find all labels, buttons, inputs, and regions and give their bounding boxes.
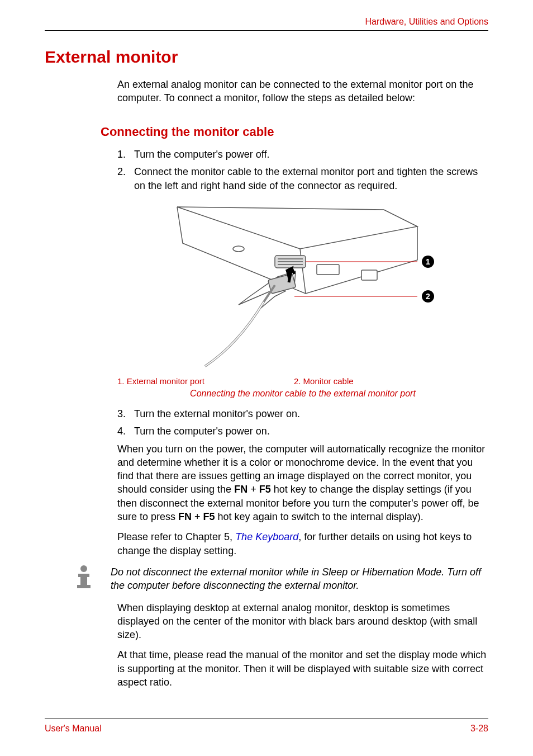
svg-point-0 xyxy=(233,246,244,252)
footer-rule xyxy=(45,719,488,719)
page-title: External monitor xyxy=(45,48,488,67)
page-footer: User's Manual 3-28 xyxy=(45,719,488,734)
steps-list-34: 3. Turn the external monitor's power on.… xyxy=(117,407,488,438)
monitor-cable-diagram: 1 2 xyxy=(166,199,440,372)
key-f5: F5 xyxy=(203,511,215,522)
legend-item-1: 1. External monitor port xyxy=(117,376,204,386)
intro-paragraph: An external analog monitor can be connec… xyxy=(117,78,488,105)
step-number: 4. xyxy=(117,424,134,438)
svg-point-7 xyxy=(80,565,87,572)
text-span: Please refer to Chapter 5, xyxy=(117,531,235,542)
info-icon xyxy=(73,564,95,592)
header-section: Hardware, Utilities and Options xyxy=(45,17,488,27)
paragraph-reference: Please refer to Chapter 5, The Keyboard,… xyxy=(117,530,488,557)
svg-rect-2 xyxy=(317,264,339,275)
step-2: 2. Connect the monitor cable to the exte… xyxy=(117,165,488,193)
paragraph-blackbars: When displaying desktop at external anal… xyxy=(117,601,488,642)
step-text: Connect the monitor cable to the externa… xyxy=(134,165,488,193)
section-subtitle: Connecting the monitor cable xyxy=(101,125,488,139)
header-rule xyxy=(45,30,488,31)
step-number: 1. xyxy=(117,148,134,162)
callout-2: 2 xyxy=(422,290,434,303)
steps-list-12: 1. Turn the computer's power off. 2. Con… xyxy=(117,148,488,193)
laptop-port-illustration xyxy=(166,199,440,372)
key-fn: FN xyxy=(178,511,192,522)
note-block: Do not disconnect the external monitor w… xyxy=(73,564,488,593)
footer-manual-label: User's Manual xyxy=(45,724,102,734)
paragraph-hotkey: When you turn on the power, the computer… xyxy=(117,442,488,524)
svg-rect-9 xyxy=(80,574,87,586)
callout-1: 1 xyxy=(422,256,434,268)
step-number: 3. xyxy=(117,407,134,421)
key-fn: FN xyxy=(234,484,248,495)
key-f5: F5 xyxy=(259,484,271,495)
keyboard-chapter-link[interactable]: The Keyboard xyxy=(235,531,298,542)
note-text: Do not disconnect the external monitor w… xyxy=(106,564,488,593)
figure-container: 1 2 xyxy=(117,199,488,372)
figure-legend: 1. External monitor port 2. Monitor cabl… xyxy=(117,376,488,386)
step-text: Turn the external monitor's power on. xyxy=(134,407,488,421)
figure-caption: Connecting the monitor cable to the exte… xyxy=(117,389,488,399)
step-text: Turn the computer's power off. xyxy=(134,148,488,162)
step-1: 1. Turn the computer's power off. xyxy=(117,148,488,162)
step-3: 3. Turn the external monitor's power on. xyxy=(117,407,488,421)
legend-item-2: 2. Monitor cable xyxy=(294,376,354,386)
footer-page-number: 3-28 xyxy=(470,724,488,734)
step-4: 4. Turn the computer's power on. xyxy=(117,424,488,438)
text-span: + xyxy=(248,484,259,495)
text-span: + xyxy=(192,511,203,522)
step-number: 2. xyxy=(117,165,134,193)
text-span: hot key again to switch to the internal … xyxy=(215,511,423,522)
paragraph-manual: At that time, please read the manual of … xyxy=(117,648,488,689)
svg-rect-10 xyxy=(77,585,91,588)
step-text: Turn the computer's power on. xyxy=(134,424,488,438)
svg-rect-3 xyxy=(361,270,377,280)
